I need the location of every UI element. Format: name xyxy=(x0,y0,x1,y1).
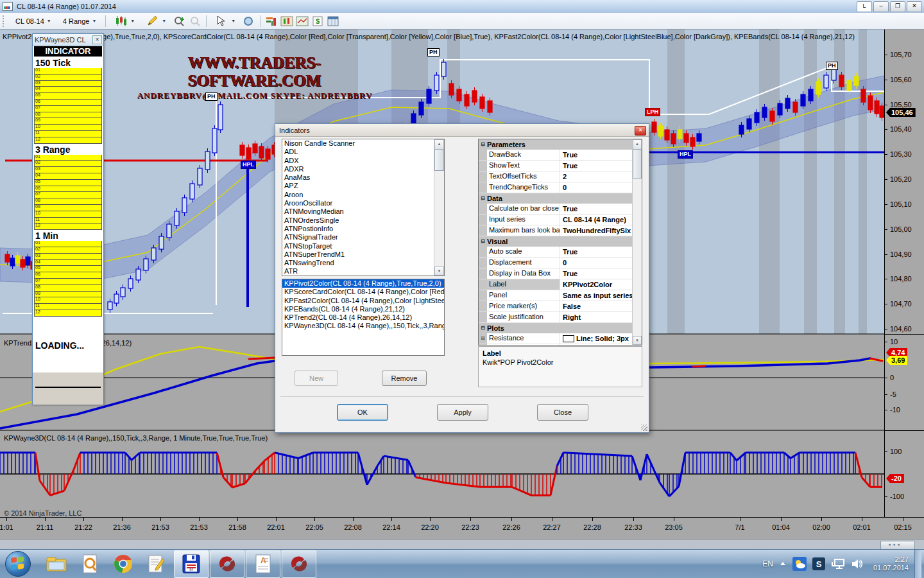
indicator-option[interactable]: ADL xyxy=(282,148,434,156)
property-row[interactable]: ⊞ResistanceLine; Solid; 3px xyxy=(479,333,633,344)
scroll-up-icon[interactable]: ▲ xyxy=(633,139,642,150)
indicator-option[interactable]: ADXR xyxy=(282,165,434,173)
property-row[interactable]: LabelKPPivot2Color xyxy=(479,279,633,290)
explorer-button[interactable] xyxy=(44,552,69,576)
close-icon[interactable]: ✕ xyxy=(635,126,646,136)
cursor-button[interactable]: ▼ xyxy=(211,13,240,29)
magnifier-icon[interactable] xyxy=(243,15,255,27)
dialog-titlebar[interactable]: Indicators ✕ xyxy=(275,124,649,137)
selected-indicator[interactable]: KPPivot2Color(CL 08-14 (4 Range),True,Tr… xyxy=(282,279,444,288)
property-value[interactable]: Right xyxy=(560,312,633,322)
scroll-down-icon[interactable]: ▼ xyxy=(434,267,444,276)
plot-color-swatch[interactable] xyxy=(563,335,574,342)
property-value[interactable]: KPPivot2Color xyxy=(560,279,633,290)
data-grid-icon[interactable] xyxy=(327,15,339,27)
account-dollar-icon[interactable]: $ xyxy=(311,15,324,27)
indicator-option[interactable]: APZ xyxy=(282,182,434,190)
indicator-option[interactable]: ATNSuperTrendM1 xyxy=(282,250,434,259)
indicator-option[interactable]: ATNStopTarget xyxy=(282,242,434,250)
restore-button[interactable]: ❐ xyxy=(890,1,905,12)
network-icon[interactable] xyxy=(831,558,845,570)
scrollbar-thumb[interactable] xyxy=(633,149,642,179)
clock[interactable]: 2:27 01.07.2014 xyxy=(873,556,909,572)
property-value[interactable]: True xyxy=(560,204,633,214)
indicator-option[interactable]: ATNPostionInfo xyxy=(282,225,434,233)
property-row[interactable]: Maximum bars look backTwoHundredFiftySix xyxy=(479,225,633,236)
indicator-panel-icon[interactable] xyxy=(265,15,278,27)
property-row[interactable]: PanelSame as input series xyxy=(479,290,633,301)
indicator-option[interactable]: Nison Candle Scanner xyxy=(282,139,434,148)
selected-indicator[interactable]: KPFast2Color(CL 08-14 (4 Range),Color [L… xyxy=(282,297,444,305)
close-button[interactable]: ✕ xyxy=(907,1,922,12)
new-button[interactable]: New xyxy=(295,371,338,386)
chrome-button[interactable] xyxy=(110,552,136,576)
property-value[interactable]: TwoHundredFiftySix xyxy=(560,225,633,236)
chart-style-button[interactable]: ▼ xyxy=(110,13,139,29)
property-value[interactable]: Line; Solid; 3px xyxy=(560,344,633,346)
zoom-out-icon[interactable] xyxy=(189,15,201,27)
property-value[interactable]: True xyxy=(560,150,633,160)
grid-category[interactable]: ⊟Parameters xyxy=(479,139,633,150)
property-value[interactable]: True xyxy=(560,247,633,257)
indicator-option[interactable]: AroonOscillator xyxy=(282,199,434,207)
property-value[interactable]: 2 xyxy=(560,171,633,182)
ninjatrader-save-app-button[interactable]: 64 xyxy=(174,550,209,578)
document-app-button[interactable]: A xyxy=(246,550,280,578)
property-row[interactable]: TrendChangeTicks0 xyxy=(479,182,633,193)
scroll-up-icon[interactable]: ▲ xyxy=(434,139,444,150)
minimize-button[interactable]: – xyxy=(873,1,889,12)
market-analyzer-icon[interactable] xyxy=(296,15,309,27)
selected-indicators-list[interactable]: KPPivot2Color(CL 08-14 (4 Range),True,Tr… xyxy=(282,279,445,356)
property-value[interactable]: Line; Solid; 3px xyxy=(560,333,633,344)
window-titlebar[interactable]: CL 08-14 (4 Range) 01.07.2014 L – ❐ ✕ xyxy=(0,0,924,13)
property-row[interactable]: Displacement0 xyxy=(479,258,633,268)
link-button[interactable]: L xyxy=(857,1,872,12)
property-value[interactable]: True xyxy=(560,268,633,279)
selected-indicator[interactable]: KPTrend2(CL 08-14 (4 Range),26,14,12) xyxy=(282,313,444,322)
notepad-button[interactable] xyxy=(144,552,169,576)
indicator-option[interactable]: ATNSignalTrader xyxy=(282,233,434,241)
weather-icon[interactable] xyxy=(792,557,807,571)
indicator-option[interactable]: ATNOrdersSingle xyxy=(282,216,434,225)
property-value[interactable]: 0 xyxy=(560,182,633,193)
available-indicators-list[interactable]: Nison Candle ScannerADLADXADXRAnaMasAPZA… xyxy=(282,139,445,276)
chart-window-icon[interactable] xyxy=(280,15,293,27)
scrollbar-thumb[interactable] xyxy=(880,541,915,550)
property-row[interactable]: TextOffsetTicks2 xyxy=(479,171,633,182)
property-row[interactable]: Input seriesCL 08-14 (4 Range) xyxy=(479,215,633,225)
indicator-option[interactable]: ADX xyxy=(282,157,434,165)
remove-button[interactable]: Remove xyxy=(382,371,427,386)
ok-button[interactable]: OK xyxy=(337,404,388,421)
expand-icon[interactable]: ⊞ xyxy=(479,333,487,344)
time-axis[interactable]: © 2014 NinjaTrader, LLC 1:0121:1121:2221… xyxy=(0,517,924,539)
search-button[interactable] xyxy=(77,552,103,576)
scroll-down-icon[interactable]: ▼ xyxy=(633,336,642,345)
property-row[interactable]: Scale justificationRight xyxy=(479,312,633,323)
hidden-icons-arrow[interactable] xyxy=(779,561,787,567)
indicator-option[interactable]: Aroon xyxy=(282,191,434,199)
property-grid[interactable]: ⊟ParametersDrawBackTrueShowTextTrueTextO… xyxy=(478,139,642,346)
volume-icon[interactable] xyxy=(851,558,864,570)
property-row[interactable]: Auto scaleTrue xyxy=(479,247,633,258)
grid-category[interactable]: ⊟Visual xyxy=(479,236,633,247)
collapse-icon[interactable]: ⊟ xyxy=(479,236,487,247)
property-value[interactable]: 0 xyxy=(560,258,633,268)
apply-button[interactable]: Apply xyxy=(437,404,488,421)
selected-indicator[interactable]: KPScoreCardColor(CL 08-14 (4 Range),Colo… xyxy=(282,288,444,296)
indicator-option[interactable]: ATR xyxy=(282,267,434,276)
price-axis[interactable]: 105,70105,60105,50105,40105,30105,20105,… xyxy=(884,30,924,539)
start-button[interactable] xyxy=(5,551,31,577)
grid-scrollbar[interactable]: ▲ ▼ xyxy=(632,139,642,345)
kpwayne3d-panel[interactable]: KPWayne3D CL ✕ INDICATOR 150 Tick0102030… xyxy=(32,33,104,405)
property-value[interactable]: False xyxy=(560,301,633,311)
close-icon[interactable]: ✕ xyxy=(92,35,102,44)
ninjatrader-app-button[interactable] xyxy=(210,550,244,578)
ninjatrader-app-button-2[interactable] xyxy=(282,550,316,578)
selected-indicator[interactable]: KPWayne3D(CL 08-14 (4 Range),,150,Tick,,… xyxy=(282,322,444,330)
property-value[interactable]: CL 08-14 (4 Range) xyxy=(560,215,633,225)
horizontal-scrollbar[interactable] xyxy=(0,539,924,550)
collapse-icon[interactable]: ⊟ xyxy=(479,139,487,150)
kpwayne3d-panel-titlebar[interactable]: KPWayne3D CL ✕ xyxy=(33,34,103,46)
property-row[interactable]: ShowTextTrue xyxy=(479,161,633,171)
indicator-option[interactable]: AnaMas xyxy=(282,173,434,182)
